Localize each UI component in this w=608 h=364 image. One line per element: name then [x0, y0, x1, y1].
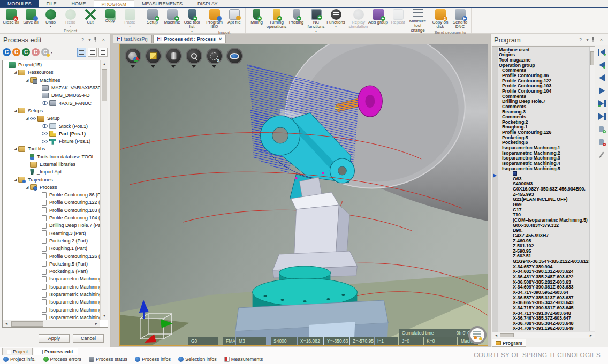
tree-item[interactable]: ◢ Profile Contouring.86 (Part) — [3, 191, 100, 199]
view-mode-detail-button[interactable] — [77, 48, 86, 57]
3d-scene[interactable] — [120, 44, 488, 345]
pin-icon[interactable] — [93, 37, 100, 42]
tree-item[interactable]: ◢ Project(15) — [3, 61, 100, 69]
tree-item[interactable]: ◢ Fixture (Pos.1) — [3, 138, 100, 145]
tree-item[interactable]: ◢ Drilling Deep Hole.7 (Part) — [3, 222, 100, 229]
machine-state-dial-icon[interactable] — [468, 326, 487, 344]
help-button[interactable]: ? — [577, 37, 584, 42]
program-line[interactable]: Z-501.102 — [499, 243, 589, 248]
visibility-eye-icon[interactable] — [42, 101, 48, 105]
program-line[interactable]: X-36.665Y-385.343Z-603.643 — [499, 300, 589, 305]
ribbon-button[interactable]: Paste ▾ — [120, 9, 140, 28]
program-line[interactable]: G21(PLAN INCLINE OFF) — [499, 197, 589, 202]
program-line[interactable]: X-36.431Y-385.248Z-603.622 — [499, 274, 589, 279]
program-line[interactable]: X-34.715Y-390.831Z-603.645 — [499, 305, 589, 310]
tree-item[interactable]: ◢ Profile Contouring.104 (Part) — [3, 214, 100, 222]
zoom-button[interactable] — [184, 48, 203, 68]
tree-item[interactable]: ◢ 4AXIS_FANUC — [3, 99, 100, 107]
ribbon-button[interactable]: Turning operations — [267, 9, 286, 33]
program-line[interactable]: Profile Contouring.86 — [499, 73, 589, 78]
tree-item[interactable]: ◢ Isoparametric Machining.5 (Part) — [3, 306, 100, 314]
program-line[interactable]: Profile Contouring.122 — [499, 78, 589, 84]
program-line[interactable]: Z-455.993 — [499, 192, 589, 197]
program-line[interactable]: X-34.657Y-389.904 — [499, 264, 589, 269]
program-line[interactable]: Z-602.51 — [499, 254, 589, 259]
program-line[interactable]: X-36.587Y-385.313Z-603.637 — [499, 295, 589, 300]
ribbon-button[interactable]: Undo ▾ — [41, 9, 60, 28]
close-panel-button[interactable]: × — [598, 37, 605, 42]
tree-item[interactable]: ◢ _Import Apt — [3, 168, 100, 176]
3d-viewport[interactable]: G0FMAXM3S4000X=16.082Y=-350.63Z=-570.95I… — [119, 44, 488, 346]
tree-item[interactable]: ◢ Isoparametric Machining.4 (Part) — [3, 298, 100, 306]
program-line[interactable]: Comments — [499, 104, 589, 109]
program-line[interactable]: X-34.713Y-391.07Z-603.648 — [499, 310, 589, 316]
status-bar-item[interactable]: Selection infos — [178, 357, 217, 362]
ribbon-button[interactable]: Program ISO — [204, 9, 224, 29]
program-line[interactable]: T10 — [499, 213, 589, 218]
ribbon-tab[interactable]: PROGRAM — [94, 0, 135, 7]
ribbon-tab[interactable]: HOME — [64, 0, 94, 7]
scrollbar-thumb[interactable] — [500, 333, 514, 337]
program-line[interactable]: Pocketing.6 — [499, 140, 589, 146]
program-line[interactable]: Isoparametric Machining.3 — [499, 155, 589, 161]
tree-item[interactable]: ◢ Setup — [3, 115, 100, 122]
tree-item[interactable]: ◢ Tool libs — [3, 145, 100, 153]
play-backward-button[interactable] — [597, 74, 606, 82]
program-line[interactable]: X-34.71Y-390.595Z-603.64 — [499, 290, 589, 295]
insert-block-button[interactable] — [597, 125, 606, 133]
program-vertical-scrollbar[interactable] — [589, 47, 595, 331]
scroll-right-icon[interactable]: ► — [587, 332, 595, 338]
ribbon-button[interactable]: Send to DNC — [450, 9, 470, 29]
program-line[interactable]: Comments — [499, 68, 589, 73]
ribbon-tab[interactable]: FILE — [39, 0, 64, 7]
program-line[interactable]: Reaming.3 — [499, 109, 589, 115]
scroll-up-icon[interactable]: ▲ — [101, 60, 108, 68]
tree-vertical-scrollbar[interactable]: ▲ ▼ — [100, 60, 108, 320]
tree-item[interactable]: ◢ Isoparametric Machining.1 (Part) — [3, 275, 100, 283]
tree-item[interactable]: ◢ Part (Pos.1) — [3, 130, 100, 138]
program-line[interactable]: Pocketing.5 — [499, 135, 589, 140]
status-bar-item[interactable]: Project info. — [3, 357, 36, 362]
apply-button[interactable]: Apply — [39, 334, 70, 343]
scroll-down-icon[interactable]: ▼ — [101, 312, 108, 320]
program-line[interactable]: X-36.746Y-385.37Z-603.647 — [499, 315, 589, 321]
program-line[interactable]: Profile Contouring.104 — [499, 88, 589, 94]
program-line[interactable]: Z-590.95 — [499, 248, 589, 254]
tree-item[interactable]: ◢ MAZAK_VARIAXIS630 — [3, 84, 100, 92]
render-mode-button[interactable] — [123, 48, 142, 68]
tree-item[interactable]: ◢ Machines — [3, 77, 100, 84]
pin-icon[interactable] — [591, 37, 598, 42]
program-line[interactable]: Isoparametric Machining.1 — [499, 145, 589, 150]
selection-button[interactable] — [204, 48, 224, 68]
tree-item[interactable]: ◢ Profile Contouring.122 (Part) — [3, 199, 100, 206]
program-line[interactable]: Z-460.98 — [499, 238, 589, 244]
program-line[interactable]: Machine used — [499, 47, 589, 52]
tree-item[interactable]: ◢ Isoparametric Machining.6 (Part) — [3, 314, 100, 320]
rotate-view-button[interactable] — [225, 48, 244, 68]
program-line[interactable]: Comments — [499, 94, 589, 99]
ribbon-button[interactable]: Probing — [286, 9, 306, 33]
ribbon-button[interactable]: Replay simulation — [348, 9, 368, 33]
status-bar-item[interactable]: Process errors — [43, 357, 82, 362]
program-line[interactable]: G43Z-455.993H7 — [499, 233, 589, 238]
ribbon-button[interactable]: Machine — [162, 9, 182, 33]
dropdown-caret-icon[interactable] — [171, 65, 176, 68]
program-line[interactable]: X-36.508Y-385.282Z-603.63 — [499, 279, 589, 285]
collapse-button[interactable]: ▾ — [584, 37, 591, 42]
program-line[interactable]: B90. — [499, 228, 589, 233]
ribbon-tab[interactable]: MEASUREMENTS — [134, 0, 190, 7]
tree-item[interactable]: ◢ Pocketing.6 (Part) — [3, 268, 100, 275]
process-action-gray-icon[interactable]: C — [41, 48, 49, 56]
scrollbar-thumb[interactable] — [11, 321, 43, 327]
tree-item[interactable]: ◢ Trajectories — [3, 176, 100, 183]
previous-operation-button[interactable] — [597, 61, 606, 69]
scroll-left-icon[interactable]: ◄ — [492, 332, 500, 338]
close-tab-icon[interactable]: × — [219, 36, 222, 42]
program-line[interactable]: G1G94X-36.354Y-385.212Z-603.612F1 — [499, 259, 589, 264]
expander-icon[interactable]: ◢ — [14, 70, 18, 74]
program-line[interactable] — [499, 171, 589, 176]
tree-item[interactable]: ◢ Pocketing.2 (Part) — [3, 237, 100, 245]
tree-item[interactable]: ◢ Isoparametric Machining.2 (Part) — [3, 283, 100, 291]
process-action-green-icon[interactable]: C — [22, 48, 30, 56]
dropdown-caret-icon[interactable] — [212, 65, 216, 68]
